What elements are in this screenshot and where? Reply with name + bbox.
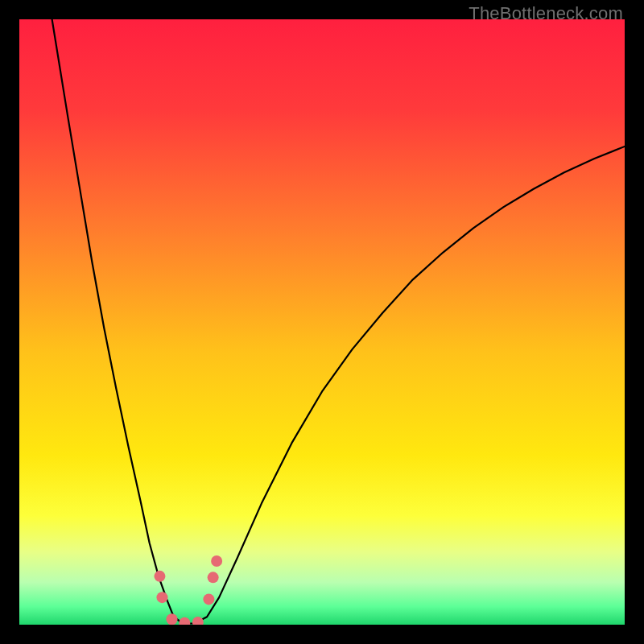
data-marker [211, 555, 222, 567]
gradient-background [19, 19, 625, 625]
data-marker [154, 571, 165, 582]
data-marker [208, 572, 219, 583]
data-marker [167, 613, 178, 625]
chart-frame [19, 19, 625, 625]
chart-canvas [19, 19, 625, 625]
watermark-text: TheBottleneck.com [469, 3, 623, 24]
data-marker [156, 592, 167, 603]
data-marker [203, 593, 214, 605]
